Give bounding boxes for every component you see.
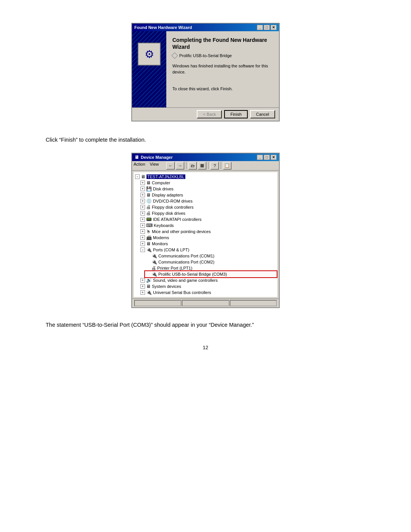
wizard-heading: Completing the Found New Hardware Wizard [172,37,273,50]
minimize-button[interactable]: _ [257,25,263,30]
menu-action[interactable]: Action [134,162,145,169]
toolbar-properties-button[interactable]: 📋 [223,162,231,169]
keyboard-icon: ⌨ [146,223,153,228]
mouse-icon: 🖱 [146,229,151,234]
expand-modems[interactable]: + [140,235,145,240]
tree-item-sound[interactable]: + 🔊 Sound, video and game controllers [140,277,277,283]
lpt1-icon: 🖨 [151,265,156,271]
label-computer: Computer [152,181,170,185]
expand-sound[interactable]: + [140,278,145,283]
expand-display-adapters[interactable]: + [140,193,145,197]
tree-item-mice[interactable]: + 🖱 Mice and other pointing devices [140,228,277,235]
expand-computer[interactable]: + [140,181,145,185]
tree-item-monitors[interactable]: + 🖥 Monitors [140,241,277,247]
tree-item-ports[interactable]: − 🔌 Ports (COM & LPT) [140,247,277,253]
wizard-install-message: Windows has finished installing the soft… [172,63,273,75]
toolbar-back-button[interactable]: ← [166,162,175,169]
wizard-icon-area: ⚙ [138,43,161,66]
tree-root: − 🖥 TEST-ATJNJXKLBL + 🖥 Computer + 💾 Dis… [134,174,277,296]
devmgr-statusbar [132,299,279,307]
page-content: Found New Hardware Wizard _ □ ✕ ⚙ Comple… [46,23,365,350]
maximize-button[interactable]: □ [264,25,270,30]
modem-icon: 📠 [146,235,152,240]
toolbar-help-button[interactable]: ? [210,162,219,169]
root-expand-icon[interactable]: − [135,174,140,179]
close-button[interactable]: ✕ [271,25,277,30]
tree-item-computer[interactable]: + 🖥 Computer [140,180,277,186]
devmgr-titlebar: 🖥 Device Manager _ □ ✕ [132,153,279,161]
label-system-devices: System devices [152,284,181,289]
wizard-body: ⚙ Completing the Found New Hardware Wiza… [132,31,279,107]
toolbar-forward-button[interactable]: → [176,162,184,169]
label-modems: Modems [153,235,169,240]
toolbar-separator-3 [221,162,221,169]
floppy-drives-icon: 🖨 [146,211,151,216]
bottom-text: The statement “USB-to-Serial Port (COM3)… [46,321,254,329]
wizard-dialog: Found New Hardware Wizard _ □ ✕ ⚙ Comple… [131,23,280,121]
expand-mice[interactable]: + [140,229,145,234]
label-keyboards: Keyboards [154,223,174,228]
devmgr-titlebar-left: 🖥 Device Manager [134,155,173,160]
menu-view[interactable]: View [150,162,159,169]
wizard-device-name: Prolific USB-to-Serial Bridge [179,53,232,58]
expand-ports[interactable]: − [140,248,145,252]
wizard-title: Found New Hardware Wizard [134,25,192,30]
label-sound: Sound, video and game controllers [153,278,218,283]
devmgr-minimize-button[interactable]: _ [257,155,263,160]
wizard-device-row: Prolific USB-to-Serial Bridge [172,53,273,58]
tree-item-com1[interactable]: 🔌 Communications Port (COM1) [145,253,277,259]
expand-floppy-controllers[interactable]: + [140,205,145,209]
tree-item-dvd-cdrom[interactable]: + 💿 DVD/CD-ROM drives [140,198,277,204]
devmgr-menu: Action View ← → 🗁 ▦ ? 📋 [132,161,279,171]
wizard-titlebar-controls: _ □ ✕ [257,25,277,30]
tree-item-ide-controllers[interactable]: + 📟 IDE ATA/ATAPI controllers [140,216,277,222]
tree-item-display-adapters[interactable]: + 🖥 Display adapters [140,192,277,198]
label-mice: Mice and other pointing devices [152,229,211,234]
expand-monitors[interactable]: + [140,241,145,246]
root-label: TEST-ATJNJXKLBL [147,174,185,179]
devmgr-restore-button[interactable]: □ [264,155,270,160]
tree-item-modems[interactable]: + 📠 Modems [140,235,277,241]
tree-item-com2[interactable]: 🔌 Communications Port (COM2) [145,259,277,265]
wizard-main: Completing the Found New Hardware Wizard… [166,31,279,107]
tree-item-lpt1[interactable]: 🖨 Printer Port (LPT1) [145,265,277,271]
expand-disk-drives[interactable]: + [140,187,145,191]
expand-dvd-cdrom[interactable]: + [140,199,145,203]
tree-item-disk-drives[interactable]: + 💾 Disk drives [140,186,277,192]
click-finish-text: Click “Finish” to complete the installat… [46,136,146,144]
cancel-button[interactable]: Cancel [250,110,275,118]
tree-item-com3[interactable]: 🔌 Prolific USB-to-Serial Bridge (COM3) [145,271,277,277]
finish-button[interactable]: Finish [224,110,247,118]
toolbar-grid-button[interactable]: ▦ [198,162,206,169]
expand-usb-controllers[interactable]: + [140,290,145,295]
sound-icon: 🔊 [146,278,152,283]
wizard-finish-instruction: To close this wizard, click Finish. [172,86,273,91]
com2-icon: 🔌 [151,259,157,265]
expand-system-devices[interactable]: + [140,284,145,289]
label-com1: Communications Port (COM1) [158,254,214,258]
devmgr-title: Device Manager [141,155,173,160]
devmgr-icon: 🖥 [134,155,139,160]
tree-item-floppy-controllers[interactable]: + 🖨 Floppy disk controllers [140,204,277,210]
floppy-controller-icon: 🖨 [146,204,151,210]
dvd-icon: 💿 [146,198,152,204]
toolbar-up-button[interactable]: 🗁 [188,162,197,169]
label-com2: Communications Port (COM2) [158,260,214,264]
tree-item-usb-controllers[interactable]: + 🔌 Universal Serial Bus controllers [140,289,277,296]
tree-item-keyboards[interactable]: + ⌨ Keyboards [140,222,277,228]
tree-root-item[interactable]: − 🖥 TEST-ATJNJXKLBL [134,174,277,180]
devmgr-tree: − 🖥 TEST-ATJNJXKLBL + 🖥 Computer + 💾 Dis… [134,172,277,297]
devmgr-close-button[interactable]: ✕ [271,155,277,160]
label-dvd-cdrom: DVD/CD-ROM drives [153,199,193,203]
expand-keyboards[interactable]: + [140,223,145,228]
devmgr-titlebar-controls: _ □ ✕ [257,155,277,160]
tree-item-system-devices[interactable]: + 🖥 System devices [140,283,277,289]
label-usb-controllers: Universal Serial Bus controllers [153,290,211,295]
com1-icon: 🔌 [151,253,157,259]
expand-ide-controllers[interactable]: + [140,217,145,222]
back-button[interactable]: < Back [197,110,222,118]
tree-item-floppy-drives[interactable]: + 🖨 Floppy disk drives [140,210,277,216]
expand-floppy-drives[interactable]: + [140,211,145,216]
label-floppy-drives: Floppy disk drives [152,211,185,216]
label-monitors: Monitors [152,241,168,246]
